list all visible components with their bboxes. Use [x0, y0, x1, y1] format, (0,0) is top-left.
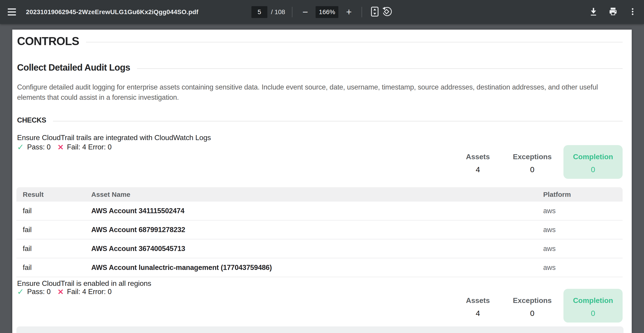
table-row: fail AWS Account lunalectric-management … — [16, 258, 622, 277]
rotate-button[interactable] — [381, 6, 392, 18]
next-table-header-partial — [16, 326, 624, 333]
column-header-platform: Platform — [543, 191, 622, 198]
rotate-counterclockwise-icon — [382, 6, 392, 18]
assets-label: Assets — [455, 153, 501, 161]
print-button[interactable] — [607, 6, 619, 18]
page-total-label: / 108 — [271, 9, 285, 16]
control-title: Collect Detailed Audit Logs — [17, 62, 130, 73]
assets-value: 4 — [455, 165, 501, 174]
completion-label: Completion — [564, 153, 622, 161]
download-icon — [588, 6, 599, 18]
assets-label: Assets — [455, 296, 501, 304]
pdf-viewer: { "toolbar": { "filename": "202310190629… — [0, 0, 644, 333]
completion-value: 0 — [564, 165, 622, 174]
exceptions-value: 0 — [506, 309, 558, 318]
exceptions-label: Exceptions — [506, 296, 558, 304]
zoom-out-button[interactable]: − — [299, 6, 311, 18]
print-icon — [608, 6, 618, 18]
toolbar-divider — [292, 7, 292, 17]
checks-heading: CHECKS — [17, 116, 46, 124]
assets-stat: Assets 4 — [455, 289, 501, 318]
control-description: Configure detailed audit logging for ent… — [17, 82, 622, 103]
fit-to-page-icon — [370, 6, 380, 18]
pdf-toolbar: 20231019062945-2WzeErewULG1Gu6Kx2iQgg044… — [0, 0, 644, 24]
page-title: CONTROLS — [17, 35, 79, 48]
completion-stat: Completion 0 — [564, 145, 622, 179]
assets-table-header: Result Asset Name Platform — [16, 187, 622, 202]
exceptions-label: Exceptions — [506, 153, 558, 161]
menu-button[interactable] — [6, 6, 18, 18]
completion-stat: Completion 0 — [564, 289, 622, 322]
zoom-level-display: 166% — [316, 6, 338, 18]
title-divider — [86, 42, 622, 42]
pdf-filename: 20231019062945-2WzeErewULG1Gu6Kx2iQgg044… — [26, 9, 198, 16]
column-header-asset-name: Asset Name — [87, 191, 543, 198]
result-cell: fail — [16, 245, 87, 253]
completion-label: Completion — [564, 296, 622, 304]
table-row: fail AWS Account 687991278232 aws — [16, 220, 622, 239]
result-cell: fail — [16, 263, 87, 272]
asset-name-cell: AWS Account lunalectric-management (1770… — [87, 263, 543, 272]
platform-cell: aws — [543, 263, 622, 272]
page-number-input[interactable] — [252, 6, 268, 18]
toolbar-center-controls: / 108 − 166% + — [252, 0, 392, 24]
control-divider — [137, 68, 622, 69]
table-row: fail AWS Account 367400545713 aws — [16, 239, 622, 258]
assets-table-body: fail AWS Account 341115502474 aws fail A… — [16, 202, 622, 277]
more-vertical-icon — [628, 6, 638, 18]
checks-divider — [53, 121, 622, 121]
check-title: Ensure CloudTrail trails are integrated … — [17, 133, 211, 142]
toolbar-divider — [362, 7, 362, 17]
platform-cell: aws — [543, 226, 622, 234]
platform-cell: aws — [543, 207, 622, 215]
assets-value: 4 — [455, 309, 501, 318]
pdf-page: CONTROLS Collect Detailed Audit Logs Con… — [12, 30, 632, 333]
check-title: Ensure CloudTrail is enabled in all regi… — [17, 279, 151, 288]
check-stats: Assets 4 Exceptions 0 Completion 0 — [12, 289, 632, 323]
download-button[interactable] — [588, 6, 600, 18]
result-cell: fail — [16, 226, 87, 234]
zoom-in-button[interactable]: + — [343, 6, 355, 18]
assets-stat: Assets 4 — [455, 145, 501, 174]
exceptions-value: 0 — [506, 165, 558, 174]
asset-name-cell: AWS Account 687991278232 — [87, 226, 543, 234]
exceptions-stat: Exceptions 0 — [506, 289, 558, 318]
completion-value: 0 — [564, 309, 622, 318]
exceptions-stat: Exceptions 0 — [506, 145, 558, 174]
hamburger-icon — [8, 9, 16, 16]
platform-cell: aws — [543, 245, 622, 253]
column-header-result: Result — [16, 191, 87, 198]
fit-to-page-button[interactable] — [369, 6, 381, 18]
more-options-button[interactable] — [627, 6, 638, 18]
asset-name-cell: AWS Account 341115502474 — [87, 207, 543, 215]
table-row: fail AWS Account 341115502474 aws — [16, 202, 622, 220]
result-cell: fail — [16, 207, 87, 215]
asset-name-cell: AWS Account 367400545713 — [87, 245, 543, 253]
check-stats: Assets 4 Exceptions 0 Completion 0 — [12, 145, 632, 179]
assets-table: Result Asset Name Platform fail AWS Acco… — [16, 187, 622, 277]
